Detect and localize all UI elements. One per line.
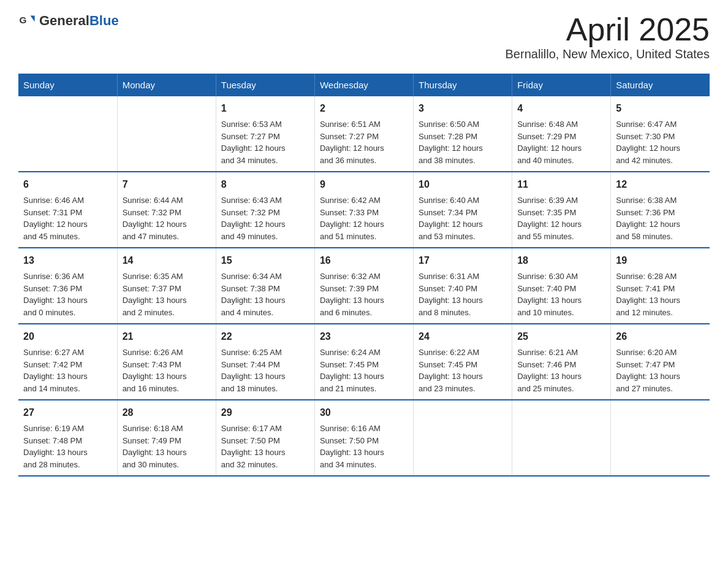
week-row-3: 13Sunrise: 6:36 AM Sunset: 7:36 PM Dayli… <box>18 248 710 324</box>
day-number: 5 <box>616 101 705 116</box>
day-info: Sunrise: 6:24 AM Sunset: 7:45 PM Dayligh… <box>320 347 408 394</box>
svg-marker-1 <box>31 16 35 22</box>
day-header-tuesday: Tuesday <box>216 74 314 96</box>
page-header: G GeneralBlue April 2025 Bernalillo, New… <box>18 12 710 61</box>
calendar-cell: 27Sunrise: 6:19 AM Sunset: 7:48 PM Dayli… <box>18 400 117 476</box>
calendar-cell <box>18 96 117 172</box>
calendar-header-row: SundayMondayTuesdayWednesdayThursdayFrid… <box>18 74 710 96</box>
day-info: Sunrise: 6:44 AM Sunset: 7:32 PM Dayligh… <box>123 194 211 242</box>
logo: G GeneralBlue <box>18 12 119 29</box>
day-info: Sunrise: 6:48 AM Sunset: 7:29 PM Dayligh… <box>517 118 605 166</box>
calendar-cell: 13Sunrise: 6:36 AM Sunset: 7:36 PM Dayli… <box>18 248 117 324</box>
calendar-cell: 2Sunrise: 6:51 AM Sunset: 7:27 PM Daylig… <box>314 96 413 172</box>
calendar-cell: 21Sunrise: 6:26 AM Sunset: 7:43 PM Dayli… <box>117 324 216 400</box>
day-info: Sunrise: 6:42 AM Sunset: 7:33 PM Dayligh… <box>320 194 408 242</box>
logo-general: General <box>39 13 89 28</box>
day-header-sunday: Sunday <box>18 74 117 96</box>
day-info: Sunrise: 6:16 AM Sunset: 7:50 PM Dayligh… <box>320 423 408 470</box>
day-info: Sunrise: 6:51 AM Sunset: 7:27 PM Dayligh… <box>320 118 408 166</box>
day-info: Sunrise: 6:40 AM Sunset: 7:34 PM Dayligh… <box>419 194 507 242</box>
logo-blue: Blue <box>89 13 119 28</box>
day-number: 17 <box>419 253 507 268</box>
calendar-cell: 14Sunrise: 6:35 AM Sunset: 7:37 PM Dayli… <box>117 248 216 324</box>
day-number: 18 <box>517 253 605 268</box>
day-header-friday: Friday <box>512 74 611 96</box>
calendar-cell: 5Sunrise: 6:47 AM Sunset: 7:30 PM Daylig… <box>611 96 710 172</box>
day-info: Sunrise: 6:43 AM Sunset: 7:32 PM Dayligh… <box>221 194 309 242</box>
day-info: Sunrise: 6:26 AM Sunset: 7:43 PM Dayligh… <box>123 347 211 394</box>
calendar-cell <box>117 96 216 172</box>
day-info: Sunrise: 6:31 AM Sunset: 7:40 PM Dayligh… <box>419 270 507 318</box>
day-number: 25 <box>517 329 605 344</box>
day-header-wednesday: Wednesday <box>314 74 413 96</box>
day-info: Sunrise: 6:32 AM Sunset: 7:39 PM Dayligh… <box>320 270 408 318</box>
day-info: Sunrise: 6:46 AM Sunset: 7:31 PM Dayligh… <box>23 194 112 242</box>
calendar-cell: 23Sunrise: 6:24 AM Sunset: 7:45 PM Dayli… <box>314 324 413 400</box>
week-row-1: 1Sunrise: 6:53 AM Sunset: 7:27 PM Daylig… <box>18 96 710 172</box>
calendar-cell: 9Sunrise: 6:42 AM Sunset: 7:33 PM Daylig… <box>314 172 413 248</box>
day-number: 3 <box>419 101 507 116</box>
calendar-cell: 15Sunrise: 6:34 AM Sunset: 7:38 PM Dayli… <box>216 248 314 324</box>
calendar-cell: 25Sunrise: 6:21 AM Sunset: 7:46 PM Dayli… <box>512 324 611 400</box>
calendar-cell: 17Sunrise: 6:31 AM Sunset: 7:40 PM Dayli… <box>414 248 512 324</box>
day-number: 20 <box>23 329 112 344</box>
day-number: 28 <box>123 405 211 420</box>
svg-text:G: G <box>19 15 26 25</box>
day-number: 27 <box>23 405 112 420</box>
calendar-cell: 6Sunrise: 6:46 AM Sunset: 7:31 PM Daylig… <box>18 172 117 248</box>
day-info: Sunrise: 6:27 AM Sunset: 7:42 PM Dayligh… <box>23 347 112 394</box>
day-number: 13 <box>23 253 112 268</box>
day-number: 19 <box>616 253 705 268</box>
day-number: 22 <box>221 329 309 344</box>
calendar-cell: 3Sunrise: 6:50 AM Sunset: 7:28 PM Daylig… <box>414 96 512 172</box>
calendar-cell: 24Sunrise: 6:22 AM Sunset: 7:45 PM Dayli… <box>414 324 512 400</box>
calendar-cell: 16Sunrise: 6:32 AM Sunset: 7:39 PM Dayli… <box>314 248 413 324</box>
logo-text: GeneralBlue <box>39 13 119 29</box>
calendar-cell: 30Sunrise: 6:16 AM Sunset: 7:50 PM Dayli… <box>314 400 413 476</box>
day-number: 30 <box>320 405 408 420</box>
week-row-5: 27Sunrise: 6:19 AM Sunset: 7:48 PM Dayli… <box>18 400 710 476</box>
calendar-cell: 28Sunrise: 6:18 AM Sunset: 7:49 PM Dayli… <box>117 400 216 476</box>
day-number: 23 <box>320 329 408 344</box>
day-info: Sunrise: 6:17 AM Sunset: 7:50 PM Dayligh… <box>221 423 309 470</box>
calendar-cell: 19Sunrise: 6:28 AM Sunset: 7:41 PM Dayli… <box>611 248 710 324</box>
day-info: Sunrise: 6:35 AM Sunset: 7:37 PM Dayligh… <box>123 270 211 318</box>
day-info: Sunrise: 6:19 AM Sunset: 7:48 PM Dayligh… <box>23 423 112 470</box>
calendar-cell: 18Sunrise: 6:30 AM Sunset: 7:40 PM Dayli… <box>512 248 611 324</box>
day-number: 8 <box>221 177 309 192</box>
day-number: 9 <box>320 177 408 192</box>
day-number: 7 <box>123 177 211 192</box>
day-info: Sunrise: 6:34 AM Sunset: 7:38 PM Dayligh… <box>221 270 309 318</box>
title-block: April 2025 Bernalillo, New Mexico, Unite… <box>506 12 710 61</box>
day-number: 6 <box>23 177 112 192</box>
day-info: Sunrise: 6:18 AM Sunset: 7:49 PM Dayligh… <box>123 423 211 470</box>
day-number: 11 <box>517 177 605 192</box>
day-number: 4 <box>517 101 605 116</box>
day-number: 14 <box>123 253 211 268</box>
calendar-cell: 20Sunrise: 6:27 AM Sunset: 7:42 PM Dayli… <box>18 324 117 400</box>
calendar-cell <box>414 400 512 476</box>
day-info: Sunrise: 6:38 AM Sunset: 7:36 PM Dayligh… <box>616 194 705 242</box>
day-info: Sunrise: 6:28 AM Sunset: 7:41 PM Dayligh… <box>616 270 705 318</box>
calendar-table: SundayMondayTuesdayWednesdayThursdayFrid… <box>18 74 710 477</box>
calendar-cell: 8Sunrise: 6:43 AM Sunset: 7:32 PM Daylig… <box>216 172 314 248</box>
calendar-subtitle: Bernalillo, New Mexico, United States <box>506 47 710 61</box>
calendar-cell: 12Sunrise: 6:38 AM Sunset: 7:36 PM Dayli… <box>611 172 710 248</box>
day-info: Sunrise: 6:30 AM Sunset: 7:40 PM Dayligh… <box>517 270 605 318</box>
day-number: 10 <box>419 177 507 192</box>
week-row-4: 20Sunrise: 6:27 AM Sunset: 7:42 PM Dayli… <box>18 324 710 400</box>
calendar-cell: 7Sunrise: 6:44 AM Sunset: 7:32 PM Daylig… <box>117 172 216 248</box>
calendar-cell: 1Sunrise: 6:53 AM Sunset: 7:27 PM Daylig… <box>216 96 314 172</box>
day-number: 2 <box>320 101 408 116</box>
calendar-cell: 26Sunrise: 6:20 AM Sunset: 7:47 PM Dayli… <box>611 324 710 400</box>
day-info: Sunrise: 6:47 AM Sunset: 7:30 PM Dayligh… <box>616 118 705 166</box>
day-info: Sunrise: 6:21 AM Sunset: 7:46 PM Dayligh… <box>517 347 605 394</box>
day-info: Sunrise: 6:20 AM Sunset: 7:47 PM Dayligh… <box>616 347 705 394</box>
day-number: 16 <box>320 253 408 268</box>
calendar-cell <box>512 400 611 476</box>
day-number: 21 <box>123 329 211 344</box>
logo-icon: G <box>18 12 36 29</box>
day-number: 26 <box>616 329 705 344</box>
day-info: Sunrise: 6:50 AM Sunset: 7:28 PM Dayligh… <box>419 118 507 166</box>
calendar-cell: 22Sunrise: 6:25 AM Sunset: 7:44 PM Dayli… <box>216 324 314 400</box>
